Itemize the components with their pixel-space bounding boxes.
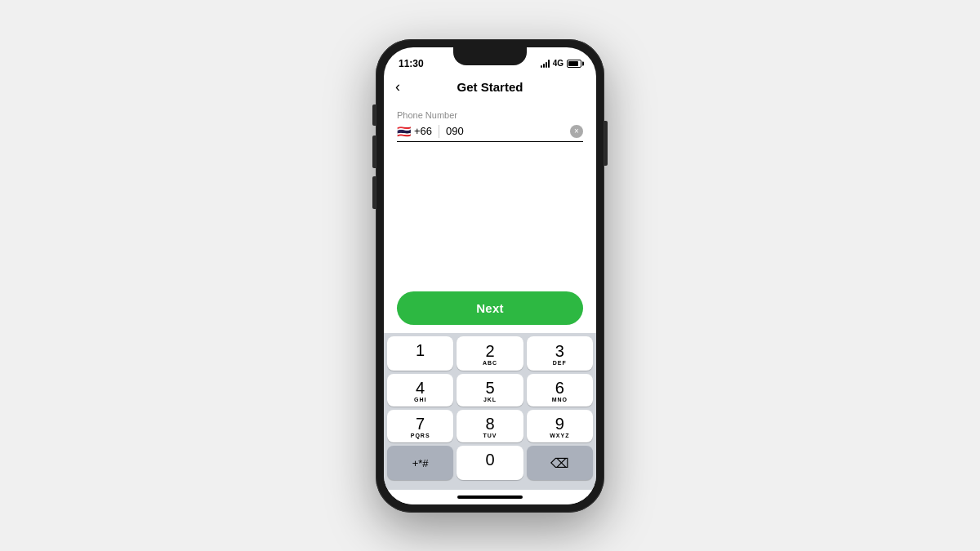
- form-area: Phone Number 🇹🇭 +66 090 ×: [384, 100, 596, 198]
- key-special-main: +*#: [412, 458, 429, 469]
- mute-button: [372, 104, 376, 126]
- key-8-sub: TUV: [483, 433, 497, 438]
- next-button-container: Next: [384, 285, 596, 333]
- key-6-sub: MNO: [552, 397, 568, 402]
- home-indicator: [384, 490, 596, 504]
- key-4-sub: GHI: [414, 397, 426, 402]
- key-2[interactable]: 2 ABC: [457, 336, 523, 371]
- key-special[interactable]: +*#: [387, 446, 453, 480]
- key-0[interactable]: 0: [457, 446, 523, 480]
- header: ‹ Get Started: [384, 73, 596, 100]
- key-3-main: 3: [555, 343, 564, 359]
- key-3-sub: DEF: [553, 360, 567, 366]
- key-4-main: 4: [416, 380, 425, 396]
- key-5[interactable]: 5 JKL: [457, 374, 523, 407]
- key-4[interactable]: 4 GHI: [387, 374, 453, 407]
- divider: [439, 125, 439, 138]
- keypad-row-1: 1 2 ABC 3 DEF: [387, 336, 593, 371]
- volume-down-button: [372, 176, 376, 209]
- network-label: 4G: [553, 59, 564, 68]
- power-button: [604, 121, 608, 166]
- key-2-main: 2: [485, 343, 494, 359]
- status-icons: 4G: [541, 59, 581, 68]
- key-5-main: 5: [485, 380, 494, 396]
- clear-icon: ×: [574, 127, 579, 136]
- country-selector[interactable]: 🇹🇭 +66: [397, 125, 432, 138]
- key-1-main: 1: [416, 342, 425, 358]
- phone-input-row: 🇹🇭 +66 090 ×: [397, 125, 583, 142]
- keypad-row-3: 7 PQRS 8 TUV 9 WXYZ: [387, 410, 593, 442]
- key-1[interactable]: 1: [387, 336, 453, 371]
- key-8[interactable]: 8 TUV: [457, 410, 523, 442]
- next-button[interactable]: Next: [397, 291, 583, 325]
- keypad-row-2: 4 GHI 5 JKL 6 MNO: [387, 374, 593, 407]
- key-backspace[interactable]: ⌫: [527, 446, 593, 480]
- key-9-sub: WXYZ: [550, 433, 569, 438]
- phone-number-display[interactable]: 090: [446, 125, 570, 137]
- key-9-main: 9: [555, 415, 564, 432]
- key-5-sub: JKL: [483, 397, 497, 402]
- country-flag: 🇹🇭: [397, 125, 411, 138]
- keypad-row-bottom: +*# 0 ⌫: [387, 446, 593, 480]
- back-button[interactable]: ‹: [395, 78, 400, 96]
- home-bar: [457, 495, 523, 499]
- spacer: [384, 198, 596, 285]
- header-title: Get Started: [457, 80, 523, 94]
- key-7[interactable]: 7 PQRS: [387, 410, 453, 442]
- key-9[interactable]: 9 WXYZ: [527, 410, 593, 442]
- app-content: ‹ Get Started Phone Number 🇹🇭 +66 090 ×: [384, 73, 596, 504]
- key-6-main: 6: [555, 380, 564, 396]
- phone-field-label: Phone Number: [397, 110, 583, 120]
- key-0-main: 0: [485, 451, 494, 468]
- volume-up-button: [372, 136, 376, 168]
- phone-screen: 11:30 4G ‹ Get Started: [384, 47, 596, 504]
- key-2-sub: ABC: [483, 360, 497, 366]
- clear-button[interactable]: ×: [570, 125, 583, 138]
- status-time: 11:30: [399, 58, 424, 69]
- backspace-icon: ⌫: [550, 455, 569, 471]
- signal-icon: [541, 60, 550, 68]
- phone-frame: 11:30 4G ‹ Get Started: [376, 39, 604, 513]
- key-3[interactable]: 3 DEF: [527, 336, 593, 371]
- key-6[interactable]: 6 MNO: [527, 374, 593, 407]
- notch: [453, 47, 527, 65]
- key-7-sub: PQRS: [411, 433, 430, 438]
- country-code: +66: [414, 125, 432, 137]
- key-7-main: 7: [416, 415, 425, 432]
- key-8-main: 8: [485, 415, 494, 432]
- keypad: 1 2 ABC 3 DEF 4 GHI: [384, 333, 596, 490]
- battery-icon: [567, 60, 581, 68]
